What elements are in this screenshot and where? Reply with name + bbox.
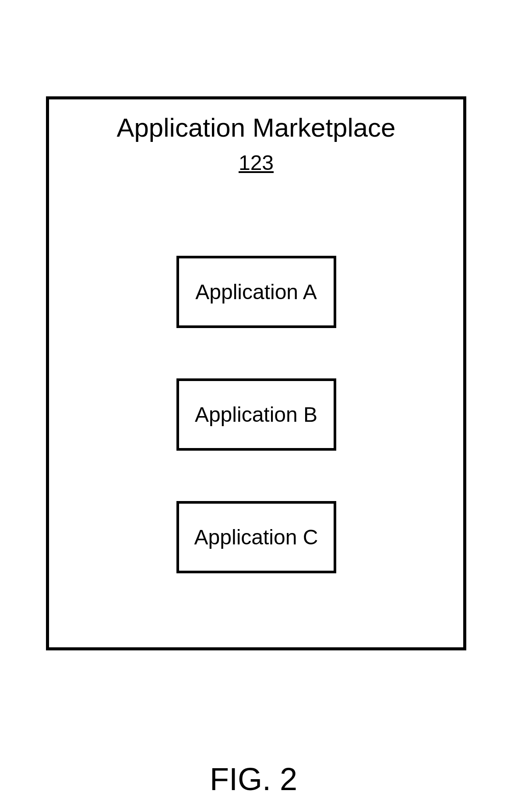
application-c-button[interactable]: Application C	[176, 501, 336, 573]
application-b-button[interactable]: Application B	[176, 378, 336, 451]
apps-list: Application A Application B Application …	[49, 256, 463, 573]
figure-label: FIG. 2	[0, 761, 507, 797]
app-label: Application B	[195, 402, 317, 427]
marketplace-panel: Application Marketplace 123 Application …	[46, 96, 466, 650]
panel-ref-number: 123	[49, 151, 463, 175]
app-label: Application C	[194, 525, 318, 549]
app-label: Application A	[195, 280, 317, 304]
panel-title: Application Marketplace	[49, 113, 463, 143]
application-a-button[interactable]: Application A	[176, 256, 336, 328]
